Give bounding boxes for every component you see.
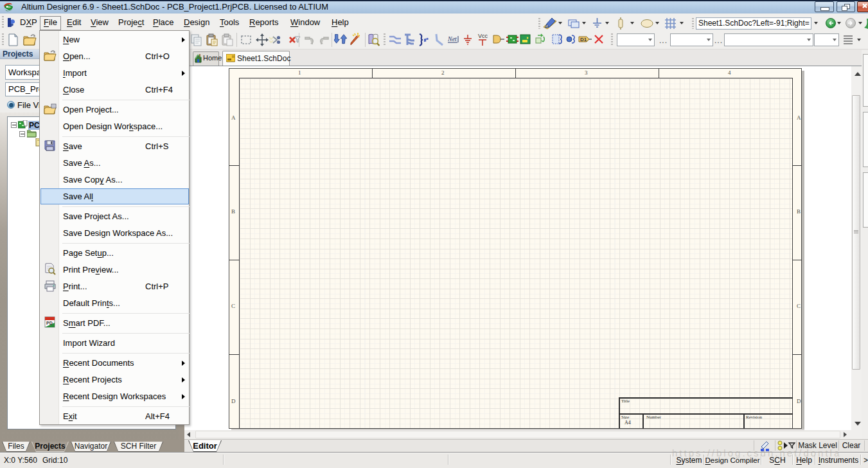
svg-text:Net: Net (447, 35, 457, 42)
svg-text:PD: PD (46, 321, 53, 325)
svg-text:D1: D1 (580, 37, 587, 42)
svg-text:Vcc: Vcc (478, 33, 488, 39)
